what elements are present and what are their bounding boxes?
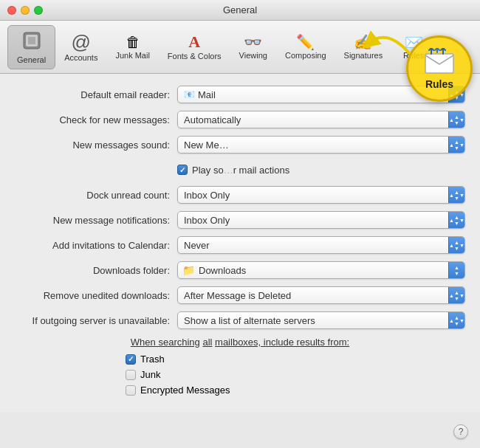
dock-unread-count-label: Dock unread count: (15, 190, 177, 201)
dropdown-arrows-6: ▲▼ (454, 240, 459, 251)
content-area: Default email reader: 📧 Mail ▲▼ Check fo… (0, 74, 480, 412)
dropdown-arrows-9: ▲▼ (454, 315, 459, 326)
toolbar: General @ Accounts 🗑 Junk Mail A Fonts &… (0, 21, 480, 74)
new-messages-sound-row: New messages sound: New Me… ▲▼ (15, 136, 465, 154)
new-messages-sound-label: New messages sound: (15, 139, 177, 151)
new-messages-sound-arrow[interactable]: ▲▼ (448, 137, 464, 153)
check-messages-control: Automatically ▲▼ (177, 111, 465, 128)
downloads-folder-dropdown[interactable]: 📁 Downloads ▲▼ (177, 261, 465, 279)
downloads-folder-icon: 📁 (182, 264, 195, 276)
trash-label: Trash (140, 354, 165, 365)
close-button[interactable] (7, 6, 16, 15)
toolbar-item-viewing[interactable]: 👓 Viewing (230, 30, 276, 64)
check-messages-value: Automatically (184, 114, 241, 125)
new-message-notifications-arrow[interactable]: ▲▼ (448, 212, 464, 228)
trash-checkbox-row: Trash (126, 354, 465, 365)
signatures-icon: ✍️ (354, 35, 372, 49)
check-messages-label: Check for new messages: (15, 114, 177, 125)
downloads-folder-arrow[interactable]: ▲▼ (448, 262, 464, 278)
encrypted-checkbox-row: Encrypted Messages (126, 385, 465, 396)
new-message-notifications-label: New message notifications: (15, 215, 177, 226)
check-messages-dropdown[interactable]: Automatically ▲▼ (177, 111, 465, 128)
outgoing-server-control: Show a list of alternate servers ▲▼ (177, 311, 465, 329)
toolbar-label-junk-mail: Junk Mail (115, 51, 149, 60)
default-email-reader-arrow[interactable]: ▲▼ (448, 86, 464, 103)
new-messages-sound-dropdown[interactable]: New Me… ▲▼ (177, 136, 465, 154)
toolbar-label-general: General (17, 55, 46, 64)
toolbar-label-viewing: Viewing (239, 51, 267, 60)
search-checkboxes: Trash Junk Encrypted Messages (15, 354, 465, 396)
add-invitations-label: Add invitations to Calendar: (15, 240, 177, 251)
toolbar-item-composing[interactable]: ✏️ Composing (276, 30, 335, 64)
check-messages-row: Check for new messages: Automatically ▲▼ (15, 111, 465, 128)
outgoing-server-label: If outgoing server is unavailable: (15, 315, 177, 326)
default-email-reader-dropdown[interactable]: 📧 Mail ▲▼ (177, 86, 465, 103)
encrypted-checkbox[interactable] (126, 385, 136, 396)
dropdown-arrows-3: ▲▼ (454, 139, 459, 151)
dock-unread-count-arrow[interactable]: ▲▼ (448, 187, 464, 203)
default-email-reader-control: 📧 Mail ▲▼ (177, 86, 465, 103)
toolbar-item-accounts[interactable]: @ Accounts (55, 28, 106, 66)
minimize-button[interactable] (21, 6, 30, 15)
help-button[interactable]: ? (453, 424, 468, 439)
junk-checkbox-row: Junk (126, 369, 465, 380)
outgoing-server-dropdown[interactable]: Show a list of alternate servers ▲▼ (177, 311, 465, 329)
add-invitations-control: Never ▲▼ (177, 236, 465, 254)
remove-unedited-downloads-arrow[interactable]: ▲▼ (448, 287, 464, 303)
search-header-underlined: all (202, 337, 212, 348)
toolbar-item-fonts-colors[interactable]: A Fonts & Colors (159, 30, 230, 65)
dropdown-arrows-5: ▲▼ (454, 215, 459, 226)
downloads-folder-control: 📁 Downloads ▲▼ (177, 261, 465, 279)
search-section-header: When searching all mailboxes, include re… (15, 337, 465, 348)
toolbar-label-rules: Rules (403, 51, 424, 60)
downloads-folder-row: Downloads folder: 📁 Downloads ▲▼ (15, 261, 465, 279)
search-header-prefix: When searching (131, 337, 200, 348)
toolbar-item-signatures[interactable]: ✍️ Signatures (335, 30, 392, 64)
outgoing-server-row: If outgoing server is unavailable: Show … (15, 311, 465, 329)
titlebar: General (0, 0, 480, 21)
dropdown-arrows-7: ▲▼ (454, 265, 459, 276)
new-message-notifications-control: Inbox Only ▲▼ (177, 211, 465, 229)
composing-icon: ✏️ (296, 35, 315, 49)
add-invitations-row: Add invitations to Calendar: Never ▲▼ (15, 236, 465, 254)
accounts-icon: @ (72, 32, 91, 52)
dock-unread-count-row: Dock unread count: Inbox Only ▲▼ (15, 186, 465, 204)
play-sound-checkbox[interactable] (177, 165, 188, 175)
dropdown-arrows-4: ▲▼ (454, 190, 459, 201)
traffic-lights (7, 6, 43, 15)
dock-unread-count-value: Inbox Only (184, 190, 230, 201)
new-messages-sound-value: New Me… (184, 139, 229, 151)
encrypted-label: Encrypted Messages (140, 385, 230, 396)
remove-unedited-downloads-value: After Message is Deleted (184, 290, 291, 301)
dropdown-arrows: ▲▼ (454, 89, 459, 100)
new-message-notifications-value: Inbox Only (184, 215, 230, 226)
remove-unedited-downloads-label: Remove unedited downloads: (15, 290, 177, 301)
play-sound-row: Play so…r mail actions (15, 161, 465, 179)
add-invitations-dropdown[interactable]: Never ▲▼ (177, 236, 465, 254)
toolbar-label-accounts: Accounts (64, 53, 97, 62)
check-messages-arrow[interactable]: ▲▼ (448, 111, 464, 128)
trash-checkbox[interactable] (126, 354, 136, 365)
toolbar-item-rules[interactable]: ✉️ Rules (391, 30, 436, 64)
toolbar-item-junk-mail[interactable]: 🗑 Junk Mail (106, 30, 158, 64)
add-invitations-arrow[interactable]: ▲▼ (448, 237, 464, 253)
outgoing-server-arrow[interactable]: ▲▼ (448, 312, 464, 328)
dropdown-arrows-2: ▲▼ (454, 114, 459, 125)
remove-unedited-downloads-control: After Message is Deleted ▲▼ (177, 286, 465, 304)
search-header-suffix: mailboxes, include results from: (215, 337, 349, 348)
junk-checkbox[interactable] (126, 370, 136, 380)
viewing-icon: 👓 (244, 35, 262, 49)
toolbar-item-general[interactable]: General (7, 25, 55, 69)
dock-unread-count-dropdown[interactable]: Inbox Only ▲▼ (177, 186, 465, 204)
new-message-notifications-dropdown[interactable]: Inbox Only ▲▼ (177, 211, 465, 229)
downloads-folder-value: Downloads (199, 265, 246, 276)
remove-unedited-downloads-dropdown[interactable]: After Message is Deleted ▲▼ (177, 286, 465, 304)
dock-unread-count-control: Inbox Only ▲▼ (177, 186, 465, 204)
maximize-button[interactable] (34, 6, 43, 15)
default-email-reader-label: Default email reader: (15, 89, 177, 100)
toolbar-label-composing: Composing (285, 51, 326, 60)
svg-rect-2 (28, 37, 35, 44)
help-icon: ? (459, 427, 464, 437)
play-sound-text: Play so…r mail actions (192, 165, 289, 176)
add-invitations-value: Never (184, 240, 210, 251)
